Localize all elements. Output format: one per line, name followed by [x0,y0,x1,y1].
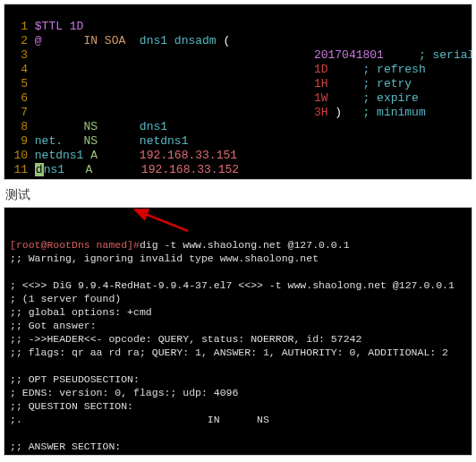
line-number: 11 [8,163,28,177]
code-line: 8 NS dns1 [8,120,468,134]
annotation-arrow [130,208,201,235]
code-line: 4 1D ; refresh [8,63,468,77]
line-number: 1 [8,20,28,34]
command: dig -t www.shaolong.net @127.0.0.1 [140,239,350,251]
output-line: ;; ANSWER SECTION: [10,440,466,453]
svg-line-0 [143,213,188,231]
output-line [10,265,466,278]
zone-file-editor: 1 $TTL 1D2 @ IN SOA dns1 dnsadm (3 20170… [4,4,472,180]
output-line: ; EDNS: version: 0, flags:; udp: 4096 [10,386,466,399]
line-number: 9 [8,134,28,149]
output-line [10,359,466,372]
prompt-line: [root@RootDns named]#dig -t www.shaolong… [10,238,466,252]
line-number: 4 [8,63,28,77]
line-number: 8 [8,120,28,134]
line-number: 10 [8,149,28,163]
output-line: ;; flags: qr aa rd ra; QUERY: 1, ANSWER:… [10,346,466,359]
code-line: 3 2017041801 ; serial [8,48,468,63]
code-line: 2 @ IN SOA dns1 dnsadm ( [8,34,468,48]
output-line [10,426,466,440]
output-line: ;; OPT PSEUDOSECTION: [10,372,466,386]
code-line: 11 dns1 A 192.168.33.152 [8,163,468,177]
output-line: ;; ->>HEADER<<- opcode: QUERY, status: N… [10,332,466,346]
line-number: 7 [8,106,28,120]
prompt: [root@RootDns named]# [10,239,140,251]
line-number: 2 [8,34,28,48]
output-line: ;; Got answer: [10,319,466,332]
line-number: 3 [8,48,28,63]
code-line: 6 1W ; expire [8,91,468,106]
cursor: d [35,163,44,176]
output-line: ;; global options: +cmd [10,305,466,319]
code-line: 9 net. NS netdns1 [8,134,468,149]
code-line: 10 netdns1 A 192.168.33.151 [8,149,468,163]
output-line: ; <<>> DiG 9.9.4-RedHat-9.9.4-37.el7 <<>… [10,278,466,292]
output-line: ;. IN NS [10,413,466,426]
output-line: ;; Warning, ignoring invalid type www.sh… [10,252,466,265]
output-line: ;; QUESTION SECTION: [10,399,466,413]
code-line: 7 3H ) ; minimum [8,106,468,120]
code-line: 5 1H ; retry [8,77,468,91]
terminal-output: [root@RootDns named]#dig -t www.shaolong… [4,207,472,456]
line-number: 6 [8,91,28,106]
code-line: 1 $TTL 1D [8,20,468,34]
output-line: . 86400 IN NS dns1. [10,453,466,456]
output-line: ; (1 server found) [10,292,466,305]
section-label: 测试 [4,184,472,207]
line-number: 5 [8,77,28,91]
